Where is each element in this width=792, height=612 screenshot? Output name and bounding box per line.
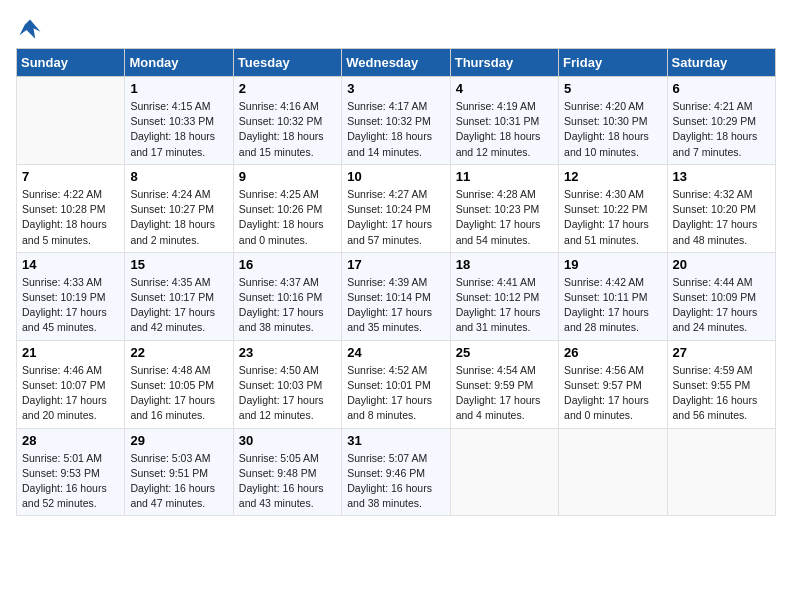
- page-header: [16, 16, 776, 44]
- day-number: 25: [456, 345, 553, 360]
- day-number: 5: [564, 81, 661, 96]
- logo: [16, 16, 48, 44]
- day-number: 6: [673, 81, 770, 96]
- day-info: Sunrise: 4:56 AMSunset: 9:57 PMDaylight:…: [564, 363, 661, 424]
- day-info: Sunrise: 4:37 AMSunset: 10:16 PMDaylight…: [239, 275, 336, 336]
- calendar-cell: 5Sunrise: 4:20 AMSunset: 10:30 PMDayligh…: [559, 77, 667, 165]
- calendar-cell: 14Sunrise: 4:33 AMSunset: 10:19 PMDaylig…: [17, 252, 125, 340]
- day-info: Sunrise: 4:22 AMSunset: 10:28 PMDaylight…: [22, 187, 119, 248]
- header-day-monday: Monday: [125, 49, 233, 77]
- calendar-cell: 1Sunrise: 4:15 AMSunset: 10:33 PMDayligh…: [125, 77, 233, 165]
- calendar-week-2: 7Sunrise: 4:22 AMSunset: 10:28 PMDayligh…: [17, 164, 776, 252]
- day-info: Sunrise: 4:19 AMSunset: 10:31 PMDaylight…: [456, 99, 553, 160]
- calendar-cell: 9Sunrise: 4:25 AMSunset: 10:26 PMDayligh…: [233, 164, 341, 252]
- day-info: Sunrise: 4:41 AMSunset: 10:12 PMDaylight…: [456, 275, 553, 336]
- calendar-week-1: 1Sunrise: 4:15 AMSunset: 10:33 PMDayligh…: [17, 77, 776, 165]
- day-number: 21: [22, 345, 119, 360]
- day-number: 31: [347, 433, 444, 448]
- day-number: 16: [239, 257, 336, 272]
- day-number: 30: [239, 433, 336, 448]
- calendar-week-3: 14Sunrise: 4:33 AMSunset: 10:19 PMDaylig…: [17, 252, 776, 340]
- logo-icon: [16, 16, 44, 44]
- day-number: 1: [130, 81, 227, 96]
- calendar-cell: 24Sunrise: 4:52 AMSunset: 10:01 PMDaylig…: [342, 340, 450, 428]
- calendar-cell: 16Sunrise: 4:37 AMSunset: 10:16 PMDaylig…: [233, 252, 341, 340]
- day-info: Sunrise: 4:16 AMSunset: 10:32 PMDaylight…: [239, 99, 336, 160]
- day-info: Sunrise: 4:27 AMSunset: 10:24 PMDaylight…: [347, 187, 444, 248]
- calendar-cell: 13Sunrise: 4:32 AMSunset: 10:20 PMDaylig…: [667, 164, 775, 252]
- day-info: Sunrise: 4:28 AMSunset: 10:23 PMDaylight…: [456, 187, 553, 248]
- day-number: 2: [239, 81, 336, 96]
- day-number: 3: [347, 81, 444, 96]
- day-info: Sunrise: 4:30 AMSunset: 10:22 PMDaylight…: [564, 187, 661, 248]
- day-number: 19: [564, 257, 661, 272]
- svg-marker-0: [20, 20, 41, 39]
- header-day-tuesday: Tuesday: [233, 49, 341, 77]
- calendar-cell: 22Sunrise: 4:48 AMSunset: 10:05 PMDaylig…: [125, 340, 233, 428]
- calendar-cell: 10Sunrise: 4:27 AMSunset: 10:24 PMDaylig…: [342, 164, 450, 252]
- day-number: 10: [347, 169, 444, 184]
- day-info: Sunrise: 4:59 AMSunset: 9:55 PMDaylight:…: [673, 363, 770, 424]
- calendar-table: SundayMondayTuesdayWednesdayThursdayFrid…: [16, 48, 776, 516]
- calendar-cell: 2Sunrise: 4:16 AMSunset: 10:32 PMDayligh…: [233, 77, 341, 165]
- day-info: Sunrise: 4:32 AMSunset: 10:20 PMDaylight…: [673, 187, 770, 248]
- calendar-week-5: 28Sunrise: 5:01 AMSunset: 9:53 PMDayligh…: [17, 428, 776, 516]
- header-day-wednesday: Wednesday: [342, 49, 450, 77]
- header-day-saturday: Saturday: [667, 49, 775, 77]
- day-number: 13: [673, 169, 770, 184]
- day-number: 29: [130, 433, 227, 448]
- calendar-cell: 20Sunrise: 4:44 AMSunset: 10:09 PMDaylig…: [667, 252, 775, 340]
- day-number: 22: [130, 345, 227, 360]
- calendar-cell: 31Sunrise: 5:07 AMSunset: 9:46 PMDayligh…: [342, 428, 450, 516]
- day-number: 14: [22, 257, 119, 272]
- day-info: Sunrise: 4:48 AMSunset: 10:05 PMDaylight…: [130, 363, 227, 424]
- calendar-cell: [17, 77, 125, 165]
- header-day-friday: Friday: [559, 49, 667, 77]
- day-number: 27: [673, 345, 770, 360]
- day-info: Sunrise: 4:46 AMSunset: 10:07 PMDaylight…: [22, 363, 119, 424]
- calendar-cell: 27Sunrise: 4:59 AMSunset: 9:55 PMDayligh…: [667, 340, 775, 428]
- day-info: Sunrise: 4:20 AMSunset: 10:30 PMDaylight…: [564, 99, 661, 160]
- day-info: Sunrise: 5:01 AMSunset: 9:53 PMDaylight:…: [22, 451, 119, 512]
- day-info: Sunrise: 4:24 AMSunset: 10:27 PMDaylight…: [130, 187, 227, 248]
- calendar-cell: [450, 428, 558, 516]
- day-info: Sunrise: 4:42 AMSunset: 10:11 PMDaylight…: [564, 275, 661, 336]
- day-info: Sunrise: 5:03 AMSunset: 9:51 PMDaylight:…: [130, 451, 227, 512]
- day-info: Sunrise: 4:25 AMSunset: 10:26 PMDaylight…: [239, 187, 336, 248]
- day-number: 20: [673, 257, 770, 272]
- day-info: Sunrise: 4:54 AMSunset: 9:59 PMDaylight:…: [456, 363, 553, 424]
- header-day-sunday: Sunday: [17, 49, 125, 77]
- calendar-cell: 4Sunrise: 4:19 AMSunset: 10:31 PMDayligh…: [450, 77, 558, 165]
- day-info: Sunrise: 4:33 AMSunset: 10:19 PMDaylight…: [22, 275, 119, 336]
- header-row: SundayMondayTuesdayWednesdayThursdayFrid…: [17, 49, 776, 77]
- day-number: 12: [564, 169, 661, 184]
- day-number: 26: [564, 345, 661, 360]
- calendar-cell: 21Sunrise: 4:46 AMSunset: 10:07 PMDaylig…: [17, 340, 125, 428]
- day-number: 23: [239, 345, 336, 360]
- calendar-cell: 8Sunrise: 4:24 AMSunset: 10:27 PMDayligh…: [125, 164, 233, 252]
- calendar-cell: 12Sunrise: 4:30 AMSunset: 10:22 PMDaylig…: [559, 164, 667, 252]
- calendar-cell: 28Sunrise: 5:01 AMSunset: 9:53 PMDayligh…: [17, 428, 125, 516]
- calendar-cell: 7Sunrise: 4:22 AMSunset: 10:28 PMDayligh…: [17, 164, 125, 252]
- day-info: Sunrise: 4:44 AMSunset: 10:09 PMDaylight…: [673, 275, 770, 336]
- day-info: Sunrise: 4:35 AMSunset: 10:17 PMDaylight…: [130, 275, 227, 336]
- day-info: Sunrise: 4:15 AMSunset: 10:33 PMDaylight…: [130, 99, 227, 160]
- day-number: 24: [347, 345, 444, 360]
- calendar-cell: 15Sunrise: 4:35 AMSunset: 10:17 PMDaylig…: [125, 252, 233, 340]
- day-number: 15: [130, 257, 227, 272]
- day-number: 17: [347, 257, 444, 272]
- calendar-cell: 25Sunrise: 4:54 AMSunset: 9:59 PMDayligh…: [450, 340, 558, 428]
- day-info: Sunrise: 5:05 AMSunset: 9:48 PMDaylight:…: [239, 451, 336, 512]
- day-number: 7: [22, 169, 119, 184]
- calendar-cell: 19Sunrise: 4:42 AMSunset: 10:11 PMDaylig…: [559, 252, 667, 340]
- calendar-cell: 29Sunrise: 5:03 AMSunset: 9:51 PMDayligh…: [125, 428, 233, 516]
- calendar-cell: 26Sunrise: 4:56 AMSunset: 9:57 PMDayligh…: [559, 340, 667, 428]
- day-info: Sunrise: 4:21 AMSunset: 10:29 PMDaylight…: [673, 99, 770, 160]
- calendar-cell: 3Sunrise: 4:17 AMSunset: 10:32 PMDayligh…: [342, 77, 450, 165]
- calendar-body: 1Sunrise: 4:15 AMSunset: 10:33 PMDayligh…: [17, 77, 776, 516]
- day-number: 9: [239, 169, 336, 184]
- header-day-thursday: Thursday: [450, 49, 558, 77]
- day-info: Sunrise: 4:52 AMSunset: 10:01 PMDaylight…: [347, 363, 444, 424]
- day-number: 28: [22, 433, 119, 448]
- day-number: 11: [456, 169, 553, 184]
